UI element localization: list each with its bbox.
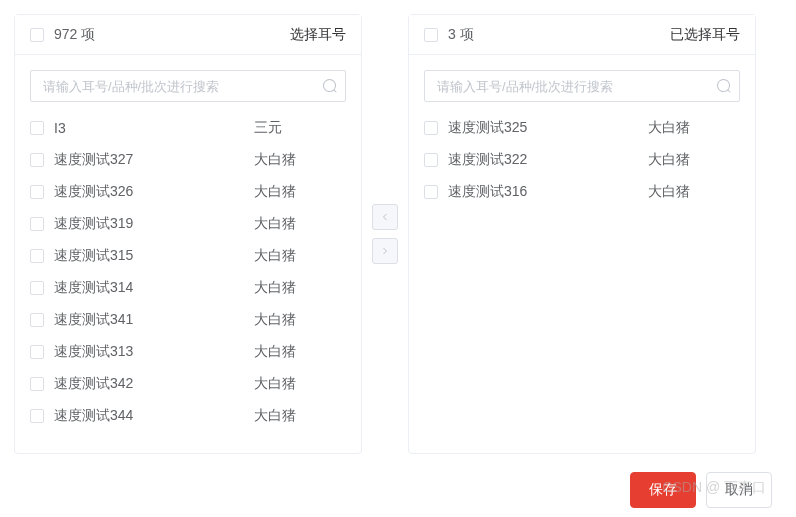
source-header-left: 972 项 [30, 26, 95, 44]
item-breed: 大白猪 [648, 119, 740, 137]
item-name: 速度测试316 [448, 183, 648, 201]
list-item[interactable]: 速度测试326大白猪 [30, 176, 346, 208]
source-count-label: 972 项 [54, 26, 95, 44]
list-item[interactable]: 速度测试341大白猪 [30, 304, 346, 336]
list-item[interactable]: 速度测试319大白猪 [30, 208, 346, 240]
item-name: 速度测试313 [54, 343, 254, 361]
list-item[interactable]: 速度测试344大白猪 [30, 400, 346, 432]
item-checkbox[interactable] [30, 281, 44, 295]
list-item[interactable]: 速度测试325大白猪 [424, 112, 740, 144]
cancel-button[interactable]: 取消 [706, 472, 772, 508]
target-panel-header: 3 项 已选择耳号 [409, 15, 755, 55]
target-search-box [424, 70, 740, 102]
target-search-input[interactable] [424, 70, 740, 102]
target-header-left: 3 项 [424, 26, 474, 44]
search-icon [716, 78, 732, 94]
source-search-input[interactable] [30, 70, 346, 102]
item-name: 速度测试342 [54, 375, 254, 393]
source-select-all-checkbox[interactable] [30, 28, 44, 42]
item-checkbox[interactable] [30, 185, 44, 199]
list-item[interactable]: 速度测试322大白猪 [424, 144, 740, 176]
move-right-button[interactable] [372, 238, 398, 264]
transfer-container: 972 项 选择耳号 I3三元速度测试327大白猪速度测试326大白猪速度测试3… [14, 14, 782, 454]
target-panel: 3 项 已选择耳号 速度测试325大白猪速度测试322大白猪速度测试316大白猪 [408, 14, 756, 454]
list-item[interactable]: 速度测试314大白猪 [30, 272, 346, 304]
target-list: 速度测试325大白猪速度测试322大白猪速度测试316大白猪 [409, 112, 755, 453]
item-breed: 大白猪 [648, 151, 740, 169]
source-list: I3三元速度测试327大白猪速度测试326大白猪速度测试319大白猪速度测试31… [15, 112, 361, 453]
save-button[interactable]: 保存 [630, 472, 696, 508]
source-search-box [30, 70, 346, 102]
target-header-title: 已选择耳号 [670, 26, 740, 44]
chevron-right-icon [379, 245, 391, 257]
item-name: 速度测试344 [54, 407, 254, 425]
item-checkbox[interactable] [30, 249, 44, 263]
item-name: I3 [54, 120, 254, 136]
item-name: 速度测试341 [54, 311, 254, 329]
item-checkbox[interactable] [424, 121, 438, 135]
item-checkbox[interactable] [30, 313, 44, 327]
item-breed: 大白猪 [254, 215, 346, 233]
item-breed: 大白猪 [648, 183, 740, 201]
item-checkbox[interactable] [30, 217, 44, 231]
item-breed: 大白猪 [254, 343, 346, 361]
move-left-button[interactable] [372, 204, 398, 230]
item-name: 速度测试322 [448, 151, 648, 169]
item-checkbox[interactable] [30, 153, 44, 167]
source-search-wrap [15, 55, 361, 112]
list-item[interactable]: 速度测试316大白猪 [424, 176, 740, 208]
source-panel: 972 项 选择耳号 I3三元速度测试327大白猪速度测试326大白猪速度测试3… [14, 14, 362, 454]
list-item[interactable]: 速度测试313大白猪 [30, 336, 346, 368]
search-icon [322, 78, 338, 94]
list-item[interactable]: 速度测试315大白猪 [30, 240, 346, 272]
item-breed: 大白猪 [254, 279, 346, 297]
chevron-left-icon [379, 211, 391, 223]
source-panel-header: 972 项 选择耳号 [15, 15, 361, 55]
item-breed: 大白猪 [254, 247, 346, 265]
item-breed: 大白猪 [254, 183, 346, 201]
item-checkbox[interactable] [30, 121, 44, 135]
item-checkbox[interactable] [30, 377, 44, 391]
item-name: 速度测试327 [54, 151, 254, 169]
target-count-label: 3 项 [448, 26, 474, 44]
source-header-title: 选择耳号 [290, 26, 346, 44]
item-checkbox[interactable] [30, 409, 44, 423]
item-name: 速度测试314 [54, 279, 254, 297]
item-checkbox[interactable] [30, 345, 44, 359]
item-breed: 大白猪 [254, 311, 346, 329]
item-checkbox[interactable] [424, 153, 438, 167]
target-select-all-checkbox[interactable] [424, 28, 438, 42]
target-search-wrap [409, 55, 755, 112]
dialog-footer: 保存 取消 [14, 472, 782, 508]
list-item[interactable]: I3三元 [30, 112, 346, 144]
item-breed: 大白猪 [254, 375, 346, 393]
list-item[interactable]: 速度测试342大白猪 [30, 368, 346, 400]
transfer-buttons [372, 204, 398, 264]
item-breed: 三元 [254, 119, 346, 137]
item-name: 速度测试326 [54, 183, 254, 201]
item-name: 速度测试315 [54, 247, 254, 265]
item-breed: 大白猪 [254, 407, 346, 425]
item-breed: 大白猪 [254, 151, 346, 169]
item-name: 速度测试319 [54, 215, 254, 233]
item-checkbox[interactable] [424, 185, 438, 199]
item-name: 速度测试325 [448, 119, 648, 137]
list-item[interactable]: 速度测试327大白猪 [30, 144, 346, 176]
